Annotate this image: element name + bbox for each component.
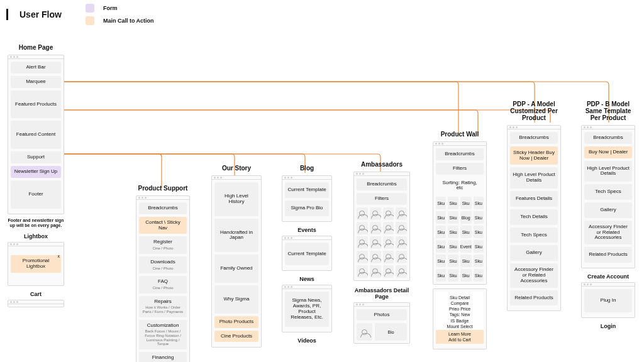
pdpB-high-level[interactable]: High Level Product Details [584, 161, 632, 182]
wall-grid-cell[interactable]: Event [460, 240, 472, 253]
amb-grid-cell[interactable] [357, 222, 368, 234]
support-faq[interactable]: FAQCine / Photo [139, 276, 187, 293]
wall-grid-cell[interactable]: Sku [474, 240, 484, 253]
support-repairs[interactable]: RepairsHow it Works / Order Parts / Form… [139, 296, 187, 317]
amb-filters[interactable]: Filters [357, 193, 407, 205]
home-support[interactable]: Support [11, 151, 61, 163]
home-footer[interactable]: Footer [11, 180, 61, 209]
wall-grid-cell[interactable]: Sku [436, 255, 446, 267]
amb-grid-cell[interactable] [396, 236, 407, 249]
amb-grid-cell[interactable] [370, 265, 381, 278]
wall-grid-cell[interactable]: Sku [460, 226, 472, 238]
amb-grid-cell[interactable] [357, 236, 368, 249]
sku-popover-cta[interactable]: Learn More Add to Cart [436, 330, 484, 344]
wall-grid-cell[interactable]: Sku [436, 240, 446, 253]
wall-grid-cell[interactable]: Sku [448, 269, 458, 282]
events-current-template[interactable]: Current Template [285, 243, 329, 266]
amb-grid-cell[interactable] [383, 265, 394, 278]
news-item[interactable]: Sigma News, Awards, PR, Product Releases… [285, 292, 329, 326]
amb-grid-cell[interactable] [383, 222, 394, 234]
support-financing[interactable]: FinancingCine / Photo / Education [139, 352, 187, 362]
home-panel: Alert Bar Marquee Featured Products Feat… [8, 55, 64, 214]
story-handcrafted[interactable]: Handcrafted in Japan [214, 219, 258, 253]
amb-grid-cell[interactable] [370, 236, 381, 249]
home-featured-products[interactable]: Featured Products [11, 90, 61, 119]
amb-grid-cell[interactable] [383, 251, 394, 263]
wall-grid-cell[interactable]: Sku [448, 240, 458, 253]
story-history[interactable]: High Level History [214, 182, 258, 216]
wall-breadcrumbs[interactable]: Breadcrumbs [436, 148, 484, 160]
wall-grid-cell[interactable]: Sku [474, 211, 484, 224]
amb-grid-cell[interactable] [357, 265, 368, 278]
amb-grid-cell[interactable] [370, 207, 381, 220]
pdpB-buy-now[interactable]: Buy Now | Dealer [584, 146, 632, 158]
support-breadcrumbs[interactable]: Breadcrumbs [139, 202, 187, 214]
wall-grid-cell[interactable]: Sku [448, 226, 458, 238]
wall-grid-cell[interactable]: Sku [474, 269, 484, 282]
amb-grid-cell[interactable] [383, 207, 394, 220]
wall-grid-cell[interactable]: Sku [448, 211, 458, 224]
support-sticky-contact[interactable]: Contact \ Sticky Nav [139, 217, 187, 234]
home-featured-content[interactable]: Featured Content [11, 121, 61, 149]
wall-grid-cell[interactable]: Sku [436, 197, 446, 209]
wall-grid-cell[interactable]: Sku [460, 269, 472, 282]
home-note: Footer and newsletter sign up will be on… [8, 218, 64, 229]
wall-grid-cell[interactable]: Sku [448, 197, 458, 209]
amb-breadcrumbs[interactable]: Breadcrumbs [357, 178, 407, 190]
pdpA-tech-specs[interactable]: Tech Specs [510, 228, 558, 243]
amb-detail-bio[interactable]: Bio [375, 323, 407, 341]
amb-grid-cell[interactable] [357, 251, 368, 263]
close-icon[interactable]: x [58, 254, 60, 259]
lightbox-promo[interactable]: Promotional Lightbox x [11, 255, 61, 273]
wall-grid-cell[interactable]: Sku [448, 255, 458, 267]
wall-grid-cell[interactable]: Sku [436, 211, 446, 224]
pdpA-related[interactable]: Related Products [510, 290, 558, 306]
home-marquee[interactable]: Marquee [11, 76, 61, 88]
pdpB-breadcrumbs[interactable]: Breadcrumbs [584, 132, 632, 144]
wall-sorting[interactable]: Sorting: Rating, etc [436, 177, 484, 195]
pdpB-gallery[interactable]: Gallery [584, 202, 632, 218]
amb-detail-photos[interactable]: Photos [357, 309, 407, 321]
wall-grid-cell[interactable]: Sku [436, 226, 446, 238]
wall-filters[interactable]: Filters [436, 163, 484, 175]
sku-popover-body[interactable]: Sku Detail Compare Prieo Price Tags: New… [436, 292, 484, 344]
pdpA-features[interactable]: Features Details [510, 191, 558, 207]
amb-grid-cell[interactable] [396, 265, 407, 278]
story-cine-cta[interactable]: Cine Products [214, 331, 258, 343]
story-why[interactable]: Why Sigma [214, 285, 258, 314]
pdpA-tech-details[interactable]: Tech Details [510, 209, 558, 225]
pdpA-sticky-buy[interactable]: Sticky Header Buy Now | Dealer [510, 146, 558, 165]
pdpA-accessory[interactable]: Accessory Finder or Related Accessories [510, 263, 558, 287]
story-family[interactable]: Family Owned [214, 255, 258, 283]
amb-grid-cell[interactable] [357, 207, 368, 220]
wall-grid-cell[interactable]: Sku [474, 226, 484, 238]
blog-sigma-pro-bio[interactable]: Sigma Pro Bio [285, 200, 329, 216]
wall-grid-cell[interactable]: Sku [474, 197, 484, 209]
support-customization[interactable]: CustomizationBack Focus / Mount / Focus … [139, 320, 187, 349]
wall-grid-cell[interactable]: Sku [460, 255, 472, 267]
amb-grid-cell[interactable] [370, 222, 381, 234]
amb-grid-cell[interactable] [383, 236, 394, 249]
support-register[interactable]: RegisterCine / Photo [139, 236, 187, 253]
amb-grid-cell[interactable] [370, 251, 381, 263]
pdpB-related[interactable]: Related Products [584, 247, 632, 263]
amb-grid-cell[interactable] [396, 207, 407, 220]
wall-grid-cell[interactable]: Sku [474, 255, 484, 267]
amb-grid-cell[interactable] [396, 251, 407, 263]
pdpB-accessory[interactable]: Accessory Finder or Related Accessories [584, 221, 632, 244]
home-newsletter[interactable]: Newsletter Sign Up [11, 166, 61, 178]
blog-current-template[interactable]: Current Template [285, 182, 329, 198]
wall-grid-cell[interactable]: Sku [460, 197, 472, 209]
create-plugin[interactable]: Plug In [584, 289, 632, 312]
home-alert-bar[interactable]: Alert Bar [11, 62, 61, 74]
wall-grid-cell[interactable]: Blog [460, 211, 472, 224]
support-downloads[interactable]: DownloadsCine / Photo [139, 256, 187, 273]
amb-grid-cell[interactable] [396, 222, 407, 234]
pdpA-high-level[interactable]: High Level Product Details [510, 167, 558, 189]
pdpA-breadcrumbs[interactable]: Breadcrumbs [510, 132, 558, 144]
legend-cta-label: Main Call to Action [103, 18, 154, 24]
story-photo-cta[interactable]: Photo Products [214, 316, 258, 328]
pdpB-tech-specs[interactable]: Tech Specs [584, 184, 632, 200]
wall-grid-cell[interactable]: Sku [436, 269, 446, 282]
pdpA-gallery[interactable]: Gallery [510, 245, 558, 261]
